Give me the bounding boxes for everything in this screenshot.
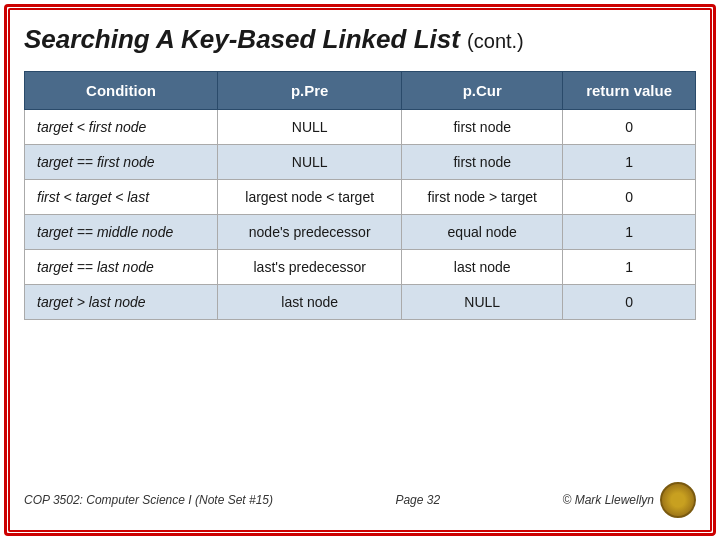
title-subtitle: (cont.) [467,30,524,52]
table-cell-5-3: 0 [563,285,696,320]
table-cell-1-1: NULL [218,145,402,180]
title-main: Searching A Key-Based Linked List [24,24,460,54]
table-row: target == first nodeNULLfirst node1 [25,145,696,180]
table-cell-4-3: 1 [563,250,696,285]
table-row: target == last nodelast's predecessorlas… [25,250,696,285]
footer-copyright: © Mark Llewellyn [562,493,654,507]
table-cell-2-3: 0 [563,180,696,215]
footer: COP 3502: Computer Science I (Note Set #… [14,474,706,526]
table-cell-2-0: first < target < last [25,180,218,215]
title-area: Searching A Key-Based Linked List (cont.… [14,14,706,71]
footer-right: © Mark Llewellyn [562,482,696,518]
table-cell-1-3: 1 [563,145,696,180]
page-title: Searching A Key-Based Linked List (cont.… [24,24,524,54]
table-cell-3-0: target == middle node [25,215,218,250]
table-cell-3-3: 1 [563,215,696,250]
table-cell-0-0: target < first node [25,110,218,145]
table-cell-1-0: target == first node [25,145,218,180]
table-cell-4-2: last node [402,250,563,285]
table-header-row: Condition p.Pre p.Cur return value [25,72,696,110]
table-cell-5-1: last node [218,285,402,320]
col-header-ppre: p.Pre [218,72,402,110]
table-cell-5-2: NULL [402,285,563,320]
table-cell-4-0: target == last node [25,250,218,285]
table-row: first < target < lastlargest node < targ… [25,180,696,215]
table-row: target > last nodelast nodeNULL0 [25,285,696,320]
table-cell-0-2: first node [402,110,563,145]
table-row: target < first nodeNULLfirst node0 [25,110,696,145]
table-container: Condition p.Pre p.Cur return value targe… [14,71,706,474]
col-header-condition: Condition [25,72,218,110]
table-cell-0-3: 0 [563,110,696,145]
table-cell-2-1: largest node < target [218,180,402,215]
footer-left: COP 3502: Computer Science I (Note Set #… [24,493,273,507]
table-cell-3-1: node's predecessor [218,215,402,250]
table-cell-4-1: last's predecessor [218,250,402,285]
gecko-icon [660,482,696,518]
col-header-pcur: p.Cur [402,72,563,110]
table-cell-1-2: first node [402,145,563,180]
page-content: Searching A Key-Based Linked List (cont.… [14,14,706,526]
table-cell-5-0: target > last node [25,285,218,320]
col-header-return: return value [563,72,696,110]
table-row: target == middle nodenode's predecessore… [25,215,696,250]
main-table: Condition p.Pre p.Cur return value targe… [24,71,696,320]
table-cell-0-1: NULL [218,110,402,145]
table-cell-3-2: equal node [402,215,563,250]
table-cell-2-2: first node > target [402,180,563,215]
footer-center: Page 32 [395,493,440,507]
